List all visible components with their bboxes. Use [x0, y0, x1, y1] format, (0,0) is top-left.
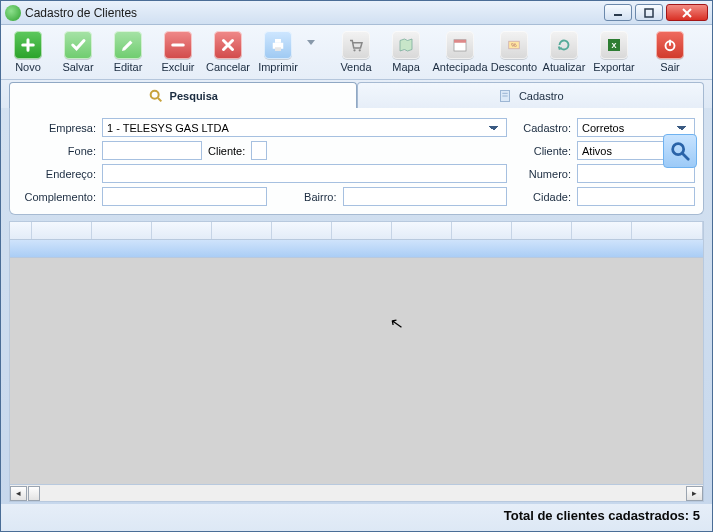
pencil-icon: [114, 31, 142, 59]
bairro-input[interactable]: [343, 187, 508, 206]
svg-line-24: [683, 154, 689, 160]
map-icon: [392, 31, 420, 59]
editar-button[interactable]: Editar: [103, 28, 153, 76]
grid-col-1[interactable]: [32, 222, 92, 239]
grid-col-7[interactable]: [392, 222, 452, 239]
scroll-left-button[interactable]: ◂: [10, 486, 27, 501]
cidade-label: Cidade:: [513, 191, 571, 203]
form-icon: [497, 88, 513, 104]
grid-col-4[interactable]: [212, 222, 272, 239]
salvar-button[interactable]: Salvar: [53, 28, 103, 76]
excluir-label: Excluir: [161, 61, 194, 73]
svg-rect-1: [645, 9, 653, 17]
grid-col-10[interactable]: [572, 222, 632, 239]
sair-label: Sair: [660, 61, 680, 73]
app-icon: [5, 5, 21, 21]
svg-rect-6: [275, 39, 281, 43]
maximize-button[interactable]: [635, 4, 663, 21]
novo-label: Novo: [15, 61, 41, 73]
desconto-button[interactable]: % Desconto: [489, 28, 539, 76]
fone-label: Fone:: [18, 145, 96, 157]
empresa-select[interactable]: 1 - TELESYS GAS LTDA: [102, 118, 507, 137]
cliente-filter-label: Cliente:: [513, 145, 571, 157]
imprimir-label: Imprimir: [258, 61, 298, 73]
grid-header: [10, 222, 703, 240]
plus-icon: [14, 31, 42, 59]
search-button[interactable]: [663, 134, 697, 168]
fone-input[interactable]: [102, 141, 202, 160]
cancelar-button[interactable]: Cancelar: [203, 28, 253, 76]
cancelar-label: Cancelar: [206, 61, 250, 73]
complemento-input[interactable]: [102, 187, 267, 206]
refresh-icon: [550, 31, 578, 59]
salvar-label: Salvar: [62, 61, 93, 73]
titlebar: Cadastro de Clientes: [1, 1, 712, 25]
cliente-input[interactable]: [251, 141, 266, 160]
grid-col-2[interactable]: [92, 222, 152, 239]
results-grid: ↖ ◂ ▸: [9, 221, 704, 502]
grid-selected-row[interactable]: [10, 240, 703, 258]
app-window: Cadastro de Clientes Novo Salvar Editar: [0, 0, 713, 532]
check-icon: [64, 31, 92, 59]
grid-col-5[interactable]: [272, 222, 332, 239]
total-count-label: Total de clientes cadastrados: 5: [504, 508, 700, 523]
imprimir-dropdown[interactable]: [303, 28, 319, 54]
close-icon: [681, 8, 693, 18]
sair-button[interactable]: Sair: [645, 28, 695, 76]
scroll-thumb[interactable]: [28, 486, 40, 501]
antecipada-label: Antecipada: [432, 61, 487, 73]
printer-icon: [264, 31, 292, 59]
endereco-input[interactable]: [102, 164, 507, 183]
x-icon: [214, 31, 242, 59]
empresa-label: Empresa:: [18, 122, 96, 134]
svg-point-18: [150, 90, 158, 98]
editar-label: Editar: [114, 61, 143, 73]
imprimir-button[interactable]: Imprimir: [253, 28, 303, 76]
endereco-label: Endereço:: [18, 168, 96, 180]
window-title: Cadastro de Clientes: [25, 6, 604, 20]
atualizar-button[interactable]: Atualizar: [539, 28, 589, 76]
novo-button[interactable]: Novo: [3, 28, 53, 76]
svg-text:%: %: [511, 42, 517, 48]
tab-pesquisa-label: Pesquisa: [170, 90, 218, 102]
tab-cadastro-label: Cadastro: [519, 90, 564, 102]
tab-cadastro[interactable]: Cadastro: [357, 82, 705, 108]
desconto-label: Desconto: [491, 61, 537, 73]
mapa-label: Mapa: [392, 61, 420, 73]
minimize-button[interactable]: [604, 4, 632, 21]
cart-icon: [342, 31, 370, 59]
svg-text:X: X: [611, 41, 616, 50]
grid-col-8[interactable]: [452, 222, 512, 239]
tab-pesquisa[interactable]: Pesquisa: [9, 82, 357, 108]
cadastro-filter-label: Cadastro:: [513, 122, 571, 134]
horizontal-scrollbar[interactable]: ◂ ▸: [10, 484, 703, 501]
cidade-input[interactable]: [577, 187, 695, 206]
grid-col-3[interactable]: [152, 222, 212, 239]
calendar-icon: [446, 31, 474, 59]
grid-col-6[interactable]: [332, 222, 392, 239]
grid-body[interactable]: ↖: [10, 258, 703, 484]
power-icon: [656, 31, 684, 59]
exportar-button[interactable]: X Exportar: [589, 28, 639, 76]
venda-button[interactable]: Venda: [331, 28, 381, 76]
mapa-button[interactable]: Mapa: [381, 28, 431, 76]
magnifier-icon: [669, 140, 691, 162]
complemento-label: Complemento:: [18, 191, 96, 203]
grid-col-11[interactable]: [632, 222, 703, 239]
minus-icon: [164, 31, 192, 59]
search-icon: [148, 88, 164, 104]
grid-col-9[interactable]: [512, 222, 572, 239]
grid-col-rowheader[interactable]: [10, 222, 32, 239]
maximize-icon: [644, 8, 654, 18]
chevron-down-icon: [306, 35, 316, 51]
excluir-button[interactable]: Excluir: [153, 28, 203, 76]
svg-rect-7: [275, 47, 281, 51]
close-button[interactable]: [666, 4, 708, 21]
scroll-right-button[interactable]: ▸: [686, 486, 703, 501]
tabs: Pesquisa Cadastro: [1, 80, 712, 108]
bairro-label: Bairro:: [273, 191, 337, 203]
svg-point-8: [353, 49, 355, 51]
numero-label: Numero:: [513, 168, 571, 180]
minimize-icon: [613, 8, 623, 18]
antecipada-button[interactable]: Antecipada: [431, 28, 489, 76]
